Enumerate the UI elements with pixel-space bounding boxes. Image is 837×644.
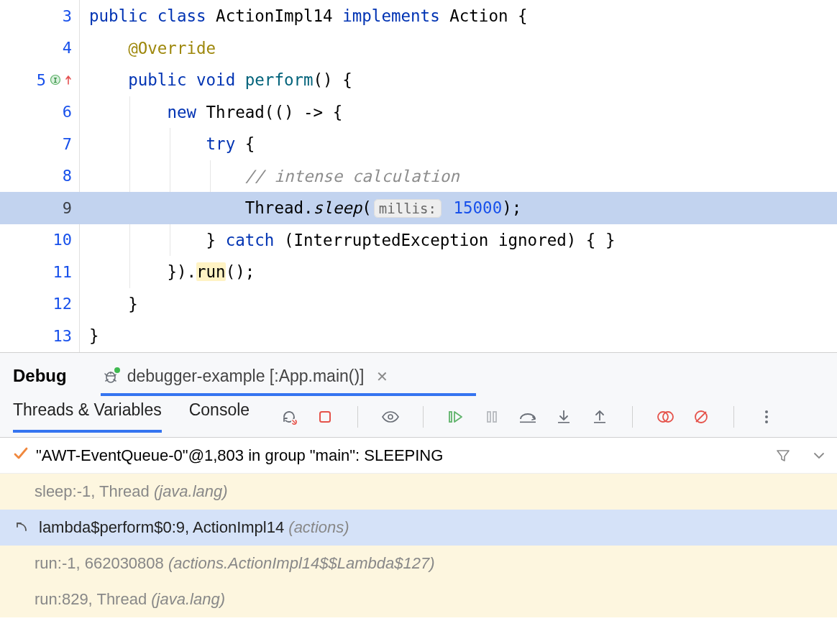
up-arrow-icon	[65, 73, 72, 86]
catch-signature: (InterruptedException ignored) { }	[284, 231, 616, 249]
code-area[interactable]: public class ActionImpl14 implements Act…	[79, 0, 837, 352]
debug-title: Debug	[13, 366, 67, 386]
method-name: sleep	[314, 198, 362, 217]
separator	[423, 406, 424, 428]
code-line[interactable]: }	[79, 288, 837, 321]
thread-selector[interactable]: "AWT-EventQueue-0"@1,803 in group "main"…	[0, 438, 837, 474]
line-number[interactable]: 11	[50, 263, 72, 281]
line-number[interactable]: 10	[50, 231, 72, 249]
debug-session-tab[interactable]: debugger-example [:App.main()] ✕	[97, 364, 393, 389]
lambda-open: (() -> {	[265, 103, 342, 121]
frame-location: (actions.ActionImpl14$$Lambda$127)	[168, 554, 435, 572]
line-number[interactable]: 7	[50, 135, 72, 153]
svg-rect-10	[558, 422, 570, 423]
frame-label: run:829, Thread	[35, 590, 151, 608]
separator	[632, 406, 633, 428]
keyword: new	[167, 103, 196, 121]
code-line[interactable]: } catch (InterruptedException ignored) {…	[79, 224, 837, 257]
keyword: implements	[342, 6, 439, 25]
close-icon[interactable]: ✕	[376, 368, 388, 385]
brace: }	[89, 326, 99, 345]
code-line[interactable]: public class ActionImpl14 implements Act…	[79, 0, 837, 32]
svg-point-5	[388, 415, 393, 419]
line-number[interactable]: 12	[50, 295, 72, 313]
line-number[interactable]: 6	[50, 103, 72, 121]
code-line[interactable]: }	[79, 320, 837, 352]
stack-frame[interactable]: run:-1, 662030808 (actions.ActionImpl14$…	[0, 546, 837, 581]
parens: ()	[314, 70, 333, 89]
pause-icon[interactable]	[482, 408, 501, 426]
code-editor[interactable]: 3 4 5 I 6 7 8 9 10 11 12 13 public class…	[0, 0, 837, 352]
brace: {	[518, 6, 528, 25]
override-gutter-icon[interactable]: I	[50, 73, 72, 86]
separator	[357, 406, 358, 428]
frame-location: (actions)	[288, 518, 349, 536]
parameter-hint: millis:	[374, 199, 442, 218]
annotation: @Override	[128, 39, 216, 58]
show-execution-point-icon[interactable]	[381, 408, 400, 426]
rerun-icon[interactable]	[280, 408, 298, 426]
bug-icon	[101, 367, 120, 386]
step-over-icon[interactable]	[518, 408, 537, 426]
line-number[interactable]: 13	[50, 327, 72, 345]
code-line[interactable]: @Override	[79, 32, 837, 65]
qualifier: Thread.	[245, 198, 314, 217]
svg-point-15	[765, 410, 768, 413]
mute-breakpoints-icon[interactable]	[692, 408, 710, 426]
svg-rect-9	[520, 421, 536, 423]
svg-rect-6	[449, 412, 452, 422]
tab-threads-variables[interactable]: Threads & Variables	[13, 400, 162, 433]
method-name-warning: run	[196, 262, 226, 281]
svg-rect-8	[493, 412, 496, 422]
line-number[interactable]: 5	[24, 71, 46, 89]
punct: );	[502, 198, 521, 217]
type-name: Action	[449, 6, 508, 25]
stack-frame[interactable]: run:829, Thread (java.lang)	[0, 581, 837, 617]
resume-icon[interactable]	[447, 408, 465, 426]
debug-toolbar: Threads & Variables Console	[0, 396, 837, 438]
type-name: Thread	[206, 103, 265, 121]
code-line[interactable]: public void perform() {	[79, 64, 837, 96]
step-out-icon[interactable]	[590, 408, 609, 426]
code-line[interactable]: }).run();	[79, 256, 837, 288]
keyword: public	[128, 70, 186, 89]
frame-label: run:-1, 662030808	[35, 554, 168, 572]
frames-panel: "AWT-EventQueue-0"@1,803 in group "main"…	[0, 438, 837, 617]
code-line[interactable]: new Thread(() -> {	[79, 96, 837, 129]
debug-session-tab-label: debugger-example [:App.main()]	[127, 367, 365, 386]
code-line[interactable]: try {	[79, 128, 837, 160]
svg-text:I: I	[53, 77, 57, 84]
comment: // intense calculation	[245, 167, 459, 185]
line-number[interactable]: 8	[50, 167, 72, 185]
chevron-down-icon[interactable]	[810, 446, 828, 465]
drop-frame-icon[interactable]	[13, 518, 32, 537]
keyword: catch	[226, 231, 275, 249]
line-number[interactable]: 9	[50, 199, 72, 217]
line-number[interactable]: 3	[50, 7, 72, 25]
stack-frame[interactable]: sleep:-1, Thread (java.lang)	[0, 474, 837, 510]
more-icon[interactable]	[757, 408, 776, 426]
punct: }).	[167, 262, 196, 281]
svg-point-17	[765, 420, 768, 423]
svg-rect-4	[320, 412, 330, 422]
view-breakpoints-icon[interactable]	[656, 408, 674, 426]
stop-icon[interactable]	[316, 408, 334, 426]
type-name: ActionImpl14	[216, 6, 333, 25]
brace: }	[128, 295, 138, 313]
code-line-current[interactable]: Thread.sleep(millis: 15000);	[79, 192, 837, 224]
debug-toolwindow-header: Debug debugger-example [:App.main()] ✕	[0, 353, 837, 396]
stack-frame-selected[interactable]: lambda$perform$0:9, ActionImpl14 (action…	[0, 510, 837, 546]
line-number[interactable]: 4	[50, 39, 72, 57]
checkmark-icon	[13, 446, 29, 466]
brace: {	[342, 70, 352, 89]
code-line[interactable]: // intense calculation	[79, 160, 837, 193]
filter-icon[interactable]	[774, 446, 792, 465]
gutter[interactable]: 3 4 5 I 6 7 8 9 10 11 12 13	[0, 0, 79, 352]
brace: {	[245, 134, 255, 153]
step-into-icon[interactable]	[554, 408, 573, 426]
keyword: public	[89, 6, 147, 25]
number-literal: 15000	[453, 198, 502, 217]
tab-console[interactable]: Console	[189, 400, 250, 433]
method-name: perform	[245, 70, 314, 89]
svg-rect-7	[488, 412, 490, 422]
